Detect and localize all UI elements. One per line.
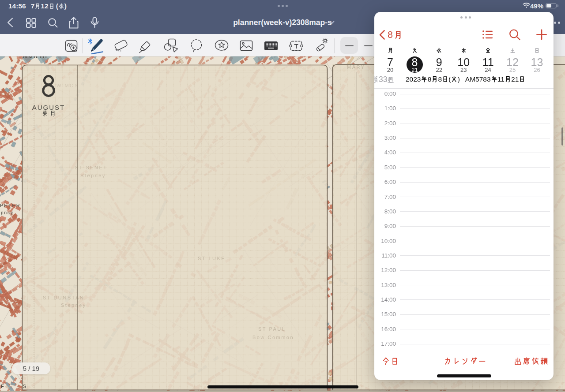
svg-text:pncy: pncy bbox=[1, 210, 14, 215]
svg-text:Bow Common: Bow Common bbox=[252, 335, 294, 340]
svg-text:PETER: PETER bbox=[0, 203, 21, 208]
svg-text:MARY: MARY bbox=[347, 64, 365, 70]
svg-text:F S: F S bbox=[1, 384, 35, 389]
svg-text:ST LUKE: ST LUKE bbox=[198, 256, 226, 261]
svg-text:ST SENET: ST SENET bbox=[75, 165, 108, 170]
svg-text:Stepney: Stepney bbox=[61, 302, 87, 308]
svg-text:T: T bbox=[294, 42, 298, 50]
svg-text:Stepney: Stepney bbox=[80, 173, 106, 178]
svg-text:W MOS: W MOS bbox=[56, 83, 79, 88]
svg-text:ST PAUL: ST PAUL bbox=[258, 326, 286, 332]
svg-text:ST DUNSTAN: ST DUNSTAN bbox=[43, 295, 84, 300]
